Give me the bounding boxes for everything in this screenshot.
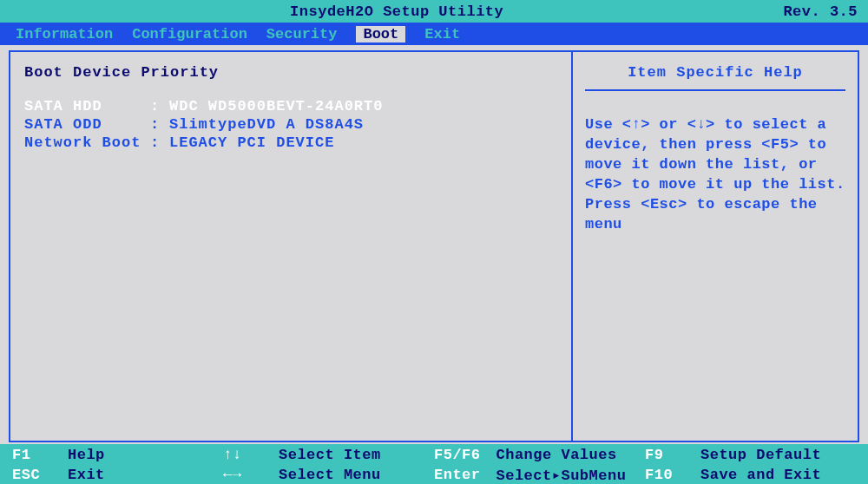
menu-exit[interactable]: Exit — [424, 26, 460, 43]
key-enter[interactable]: Enter — [434, 467, 481, 483]
boot-value: LEGACY PCI DEVICE — [169, 134, 334, 151]
separator: : — [150, 134, 169, 151]
boot-label: SATA ODD — [24, 116, 150, 133]
boot-label: Network Boot — [24, 134, 150, 151]
revision: Rev. 3.5 — [783, 3, 858, 20]
key-arrows-vertical[interactable]: ↑↓ — [223, 447, 263, 463]
separator: : — [150, 116, 169, 133]
boot-value: SlimtypeDVD A DS8A4S — [169, 116, 364, 133]
key-f5f6[interactable]: F5/F6 — [434, 447, 481, 463]
key-esc[interactable]: ESC — [12, 467, 52, 483]
boot-row-sata-odd[interactable]: SATA ODD : SlimtypeDVD A DS8A4S — [24, 116, 557, 133]
desc-save-exit: Save and Exit — [700, 467, 821, 483]
desc-submenu: Select▸SubMenu — [496, 466, 627, 484]
help-text: Use <↑> or <↓> to select a device, then … — [585, 115, 845, 235]
menu-boot[interactable]: Boot — [356, 26, 405, 43]
desc-help: Help — [68, 447, 105, 463]
menu-security[interactable]: Security — [266, 26, 338, 43]
help-divider — [585, 89, 845, 91]
boot-row-network[interactable]: Network Boot : LEGACY PCI DEVICE — [24, 134, 557, 151]
key-f1[interactable]: F1 — [12, 447, 52, 463]
footer-f5f6: F5/F6 Change Values — [434, 446, 645, 464]
desc-select-menu: Select Menu — [279, 467, 381, 483]
body: Boot Device Priority SATA HDD : WDC WD50… — [0, 45, 868, 444]
desc-exit: Exit — [68, 467, 105, 483]
footer-arrows-h: ←→ Select Menu — [223, 466, 434, 484]
help-title: Item Specific Help — [585, 64, 845, 89]
footer-arrows-v: ↑↓ Select Item — [223, 446, 434, 464]
footer-bar: F1 Help ↑↓ Select Item F5/F6 Change Valu… — [0, 444, 868, 484]
key-f9[interactable]: F9 — [645, 447, 685, 463]
boot-row-sata-hdd[interactable]: SATA HDD : WDC WD5000BEVT-24A0RT0 — [24, 98, 557, 114]
boot-priority-title: Boot Device Priority — [24, 64, 557, 81]
boot-priority-panel: Boot Device Priority SATA HDD : WDC WD50… — [10, 52, 573, 441]
menu-bar: Information Configuration Security Boot … — [0, 23, 868, 45]
boot-label: SATA HDD — [24, 98, 150, 114]
desc-setup-default: Setup Default — [700, 447, 821, 463]
panels: Boot Device Priority SATA HDD : WDC WD50… — [9, 50, 859, 442]
footer-enter: Enter Select▸SubMenu — [434, 466, 645, 484]
title-bar: InsydeH2O Setup Utility Rev. 3.5 — [0, 0, 868, 23]
app-title: InsydeH2O Setup Utility — [10, 3, 783, 20]
footer-f1: F1 Help — [12, 446, 223, 464]
menu-information[interactable]: Information — [16, 26, 113, 43]
footer-f10: F10 Save and Exit — [645, 466, 856, 484]
key-arrows-horizontal[interactable]: ←→ — [223, 467, 263, 483]
desc-select-item: Select Item — [279, 447, 381, 463]
footer-esc: ESC Exit — [12, 466, 223, 484]
menu-configuration[interactable]: Configuration — [132, 26, 247, 43]
desc-change-values: Change Values — [496, 447, 617, 463]
key-f10[interactable]: F10 — [645, 467, 685, 483]
separator: : — [150, 98, 169, 114]
help-panel: Item Specific Help Use <↑> or <↓> to sel… — [573, 52, 858, 441]
footer-f9: F9 Setup Default — [645, 446, 856, 464]
boot-value: WDC WD5000BEVT-24A0RT0 — [169, 98, 383, 114]
